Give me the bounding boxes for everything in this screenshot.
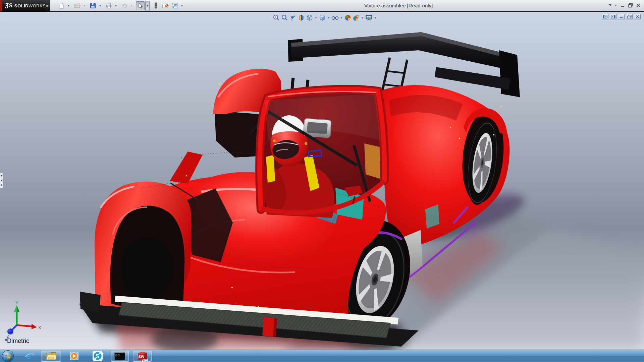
apply-scene-icon (353, 14, 360, 21)
menu-flyout-arrow[interactable]: ▶ (45, 0, 50, 11)
edit-sketch-icon (162, 3, 169, 9)
apply-scene-button[interactable] (353, 14, 360, 21)
windows-flag-icon (4, 353, 12, 360)
edit-sketch-button[interactable] (161, 1, 170, 10)
triad-y-label: Y (15, 301, 18, 305)
display-style-button[interactable] (319, 14, 326, 21)
solidworks-window: ƷS SOLIDWORKS ▶ ▼ ▼ (0, 0, 644, 362)
display-style-dropdown[interactable]: ▼ (327, 16, 330, 19)
display-style-icon (319, 14, 326, 21)
window-controls: ? ▼ (608, 0, 641, 11)
options-button[interactable] (170, 1, 179, 10)
new-document-icon (58, 3, 64, 9)
doc-close-icon (636, 15, 639, 18)
cmd-prompt-glyph: C:\ (115, 354, 120, 357)
save-floppy-icon (90, 3, 96, 9)
print-button[interactable] (104, 1, 113, 10)
glasses-icon (331, 14, 339, 21)
zoom-to-area-button[interactable] (281, 14, 288, 21)
print-dropdown[interactable]: ▼ (114, 1, 118, 10)
heads-up-toolbar: ▼ ▼ ▼ (272, 14, 377, 21)
select-cursor-icon (138, 3, 143, 9)
view-orientation-icon (306, 14, 313, 21)
collapse-pane-right-button[interactable] (610, 14, 616, 19)
main-toolbar: ▼ ▼ ▼ (57, 0, 185, 11)
solidworks-launcher-icon: S (92, 351, 103, 361)
hide-show-items-button[interactable] (331, 14, 339, 21)
previous-view-button[interactable] (289, 14, 297, 21)
taskbar-item-internet-explorer[interactable]: e (22, 351, 38, 362)
save-dropdown[interactable]: ▼ (98, 1, 102, 10)
collapse-pane-left-button[interactable] (602, 14, 608, 19)
solidworks-logo: ƷS SOLIDWORKS (2, 0, 45, 11)
solidworks-3ds-glyph: ƷS (5, 2, 13, 9)
doc-minimize-icon (619, 15, 623, 18)
previous-view-icon (289, 14, 296, 21)
undo-dropdown[interactable]: ▼ (129, 1, 134, 10)
apply-scene-dropdown[interactable]: ▼ (361, 16, 364, 19)
feature-pane-tab[interactable] (0, 173, 3, 188)
view-orientation-dropdown[interactable]: ▼ (314, 16, 318, 19)
view-settings-dropdown[interactable]: ▼ (374, 16, 377, 19)
model-race-car[interactable] (0, 12, 644, 350)
pane-left-icon (603, 15, 607, 18)
doc-minimize-button[interactable] (618, 14, 625, 19)
doc-restore-button[interactable] (626, 14, 633, 19)
new-document-button[interactable] (57, 1, 66, 10)
options-list-icon (172, 3, 178, 9)
save-button[interactable] (89, 1, 97, 10)
chevron-left-icon (1, 179, 2, 182)
sw-year-glyph: 2015 (142, 358, 148, 361)
view-orientation-label: *Dimetric (5, 338, 29, 345)
open-dropdown[interactable]: ▼ (82, 1, 87, 10)
view-settings-icon (365, 14, 373, 21)
view-settings-button[interactable] (365, 14, 373, 21)
help-dropdown[interactable]: ▼ (614, 4, 617, 7)
windows-explorer-icon (45, 351, 57, 361)
minimize-button[interactable] (620, 3, 625, 8)
taskbar: e (0, 350, 644, 362)
options-dropdown[interactable]: ▼ (180, 1, 184, 10)
start-button[interactable] (2, 350, 14, 362)
chevron-left-icon (1, 174, 2, 177)
doc-close-button[interactable] (634, 14, 641, 19)
taskbar-item-solidworks-2015[interactable]: SW 2015 (133, 351, 152, 362)
help-button[interactable]: ? (608, 3, 611, 8)
select-tool-dropdown[interactable]: ▼ (145, 1, 150, 10)
zoom-to-fit-button[interactable] (272, 14, 280, 21)
chevron-left-icon (1, 184, 2, 186)
open-folder-icon (74, 3, 80, 9)
print-icon (106, 3, 112, 9)
taskbar-item-solidworks-launcher[interactable]: S (89, 351, 106, 362)
edit-appearance-button[interactable] (344, 14, 352, 21)
zoom-to-area-icon (281, 14, 288, 21)
select-tool-button[interactable] (136, 1, 145, 10)
pane-right-icon (611, 15, 615, 18)
command-prompt-icon: C:\ (114, 352, 125, 360)
taskbar-item-media-player[interactable] (66, 351, 82, 362)
restore-button[interactable] (628, 3, 633, 8)
open-button[interactable] (73, 1, 82, 10)
appearance-ball-icon (344, 14, 351, 21)
new-document-dropdown[interactable]: ▼ (66, 1, 71, 10)
section-view-icon (298, 14, 305, 21)
undo-button[interactable] (120, 1, 129, 10)
media-player-icon (69, 351, 79, 361)
svg-text:e: e (26, 351, 31, 361)
view-orientation-button[interactable] (306, 14, 313, 21)
graphics-area[interactable]: ▼ ▼ ▼ (0, 12, 644, 350)
section-view-button[interactable] (298, 14, 305, 21)
internet-explorer-icon: e (24, 351, 35, 361)
traffic-light-button[interactable] (152, 1, 160, 10)
close-button[interactable] (636, 3, 641, 8)
taskbar-item-windows-explorer[interactable] (41, 351, 61, 362)
document-window-controls (602, 14, 641, 19)
hide-show-items-dropdown[interactable]: ▼ (340, 16, 343, 19)
solidworks-2015-icon: SW 2015 (136, 351, 148, 361)
taskbar-item-command-prompt[interactable]: C:\ (111, 351, 129, 362)
doc-restore-icon (627, 15, 632, 18)
window-title: Voiture assomblee [Read-only] (364, 3, 433, 8)
undo-icon (121, 3, 128, 9)
zoom-to-fit-icon (273, 14, 279, 21)
orientation-triad: Y X Z (3, 301, 44, 340)
